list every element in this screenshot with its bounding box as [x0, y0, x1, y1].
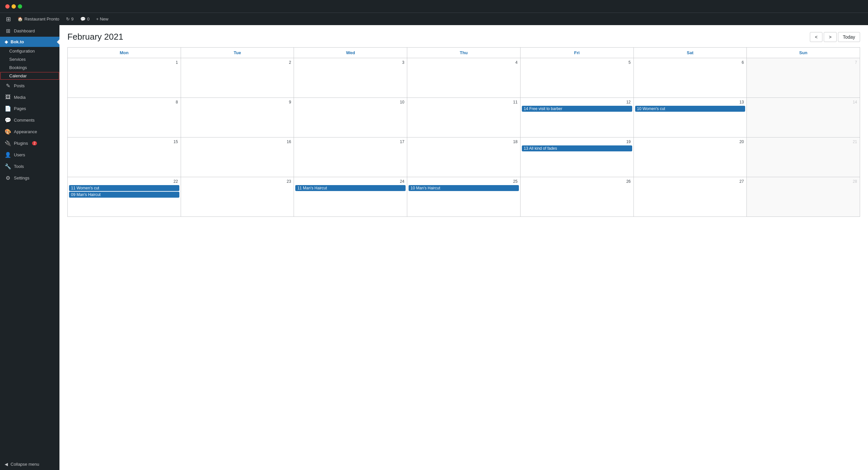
sidebar-item-bokto[interactable]: ◈ Bok.to: [0, 37, 59, 47]
day-header-fri: Fri: [520, 48, 633, 58]
calendar-cell[interactable]: 2211 Women's cut09 Man's Haircut: [68, 177, 181, 217]
calendar-cell[interactable]: 2: [181, 58, 294, 98]
day-number: 14: [748, 99, 859, 105]
dashboard-icon: ⊞: [5, 28, 11, 34]
calendar-event[interactable]: 10 Women's cut: [635, 106, 745, 112]
comments-label: Comments: [14, 118, 35, 123]
sidebar-item-comments[interactable]: 💬 Comments: [0, 114, 59, 126]
sidebar-item-plugins[interactable]: 🔌 Plugins 2: [0, 138, 59, 149]
sidebar-item-dashboard[interactable]: ⊞ Dashboard: [0, 25, 59, 37]
comments-item[interactable]: 💬 0: [77, 13, 93, 25]
calendar-cell[interactable]: 6: [633, 58, 747, 98]
calendar-cell[interactable]: 15: [68, 138, 181, 177]
wp-logo-item[interactable]: ⊞: [3, 13, 14, 25]
calendar-cell[interactable]: 2411 Man's Haircut: [294, 177, 407, 217]
new-item[interactable]: + New: [93, 13, 112, 25]
settings-icon: ⚙: [5, 175, 11, 181]
calendar-cell[interactable]: 17: [294, 138, 407, 177]
calendar-cell[interactable]: 28: [747, 177, 860, 217]
sidebar-item-users[interactable]: 👤 Users: [0, 149, 59, 160]
sidebar-item-appearance[interactable]: 🎨 Appearance: [0, 126, 59, 138]
calendar-cell[interactable]: 18: [407, 138, 521, 177]
day-number: 18: [409, 139, 519, 145]
appearance-icon: 🎨: [5, 128, 11, 135]
calendar-event[interactable]: 09 Man's Haircut: [69, 192, 179, 198]
day-header-wed: Wed: [294, 48, 407, 58]
day-number: 26: [522, 178, 632, 184]
dashboard-label: Dashboard: [14, 28, 35, 33]
calendar-week-0: 1234567: [68, 58, 860, 98]
sidebar-item-posts[interactable]: ✎ Posts: [0, 80, 59, 92]
next-month-button[interactable]: >: [824, 32, 836, 42]
calendar-title: February 2021: [67, 32, 123, 42]
calendar-cell[interactable]: 4: [407, 58, 521, 98]
admin-bar: ⊞ 🏠 Restaurant Pronto ↻ 9 💬 0 + New: [0, 12, 868, 25]
day-number: 21: [748, 139, 859, 145]
calendar-cell[interactable]: 1: [68, 58, 181, 98]
sidebar-item-tools[interactable]: 🔧 Tools: [0, 160, 59, 172]
site-name-item[interactable]: 🏠 Restaurant Pronto: [14, 13, 63, 25]
maximize-button[interactable]: [18, 4, 22, 8]
calendar-event[interactable]: 13 All kind of fades: [522, 145, 632, 151]
calendar-cell[interactable]: 5: [520, 58, 633, 98]
day-number: 8: [69, 99, 179, 105]
today-button[interactable]: Today: [838, 32, 860, 42]
sidebar-item-pages[interactable]: 📄 Pages: [0, 103, 59, 114]
posts-icon: ✎: [5, 83, 11, 89]
calendar-event[interactable]: 10 Man's Haircut: [409, 185, 519, 191]
calendar-cell[interactable]: 2510 Man's Haircut: [407, 177, 521, 217]
calendar-cell[interactable]: 16: [181, 138, 294, 177]
sidebar-item-settings[interactable]: ⚙ Settings: [0, 172, 59, 184]
calendar-cell[interactable]: 9: [181, 98, 294, 138]
wp-logo-icon: ⊞: [6, 16, 11, 23]
calendar-cell[interactable]: 26: [520, 177, 633, 217]
day-number: 12: [522, 99, 632, 105]
calendar-cell[interactable]: 20: [633, 138, 747, 177]
day-number: 17: [295, 139, 406, 145]
day-number: 19: [522, 139, 632, 145]
close-button[interactable]: [5, 4, 9, 8]
updates-count: 9: [71, 17, 74, 22]
day-number: 5: [522, 59, 632, 65]
new-label: + New: [96, 17, 108, 22]
sidebar-sub-configuration[interactable]: Configuration: [0, 47, 59, 55]
day-number: 15: [69, 139, 179, 145]
calendar-cell[interactable]: 8: [68, 98, 181, 138]
calendar-cell[interactable]: 1913 All kind of fades: [520, 138, 633, 177]
calendar-cell[interactable]: 1214 Free visit to barber: [520, 98, 633, 138]
bokto-arrow: [57, 39, 59, 45]
calendar-event[interactable]: 11 Women's cut: [69, 185, 179, 191]
sidebar-sub-calendar[interactable]: Calendar: [0, 72, 59, 80]
services-label: Services: [9, 57, 26, 62]
day-number: 7: [748, 59, 859, 65]
sidebar-sub-services[interactable]: Services: [0, 55, 59, 63]
users-icon: 👤: [5, 152, 11, 158]
calendar-event[interactable]: 11 Man's Haircut: [295, 185, 406, 191]
minimize-button[interactable]: [11, 4, 16, 8]
updates-item[interactable]: ↻ 9: [63, 13, 77, 25]
calendar-cell[interactable]: 14: [747, 98, 860, 138]
day-header-mon: Mon: [68, 48, 181, 58]
calendar-cell[interactable]: 7: [747, 58, 860, 98]
calendar-cell[interactable]: 27: [633, 177, 747, 217]
config-label: Configuration: [9, 49, 35, 54]
collapse-menu[interactable]: ◀ Collapse menu: [0, 459, 59, 470]
plugins-label: Plugins: [14, 141, 28, 146]
day-header-sat: Sat: [633, 48, 747, 58]
day-number: 23: [182, 178, 292, 184]
titlebar: [0, 0, 868, 12]
calendar-cell[interactable]: 21: [747, 138, 860, 177]
sidebar-sub-bookings[interactable]: Bookings: [0, 63, 59, 72]
calendar-cell[interactable]: 3: [294, 58, 407, 98]
sidebar-item-media[interactable]: 🖼 Media: [0, 92, 59, 103]
day-number: 25: [409, 178, 519, 184]
calendar-cell[interactable]: 23: [181, 177, 294, 217]
tools-icon: 🔧: [5, 163, 11, 170]
bokto-label: Bok.to: [10, 39, 24, 44]
calendar-cell[interactable]: 1310 Women's cut: [633, 98, 747, 138]
prev-month-button[interactable]: <: [810, 32, 823, 42]
calendar-event[interactable]: 14 Free visit to barber: [522, 106, 632, 112]
calendar-days-header: MonTueWedThuFriSatSun: [68, 48, 860, 58]
calendar-cell[interactable]: 10: [294, 98, 407, 138]
calendar-cell[interactable]: 11: [407, 98, 521, 138]
